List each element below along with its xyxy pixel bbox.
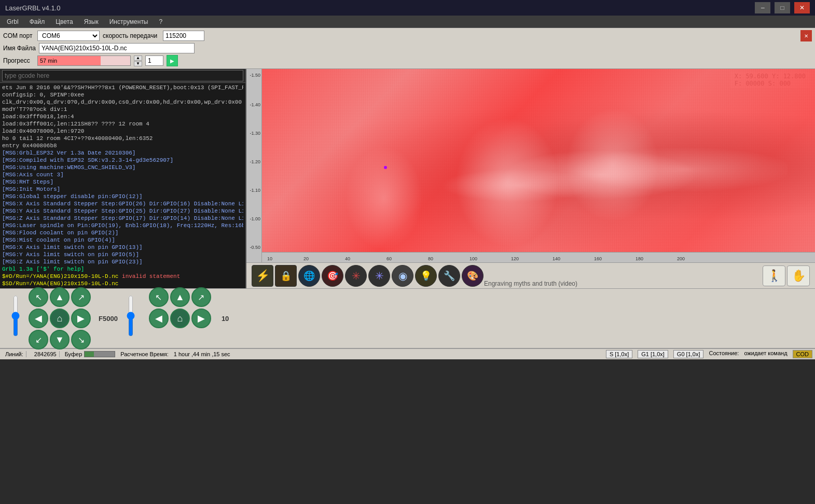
jog-r2-btn[interactable]: ▶: [191, 309, 211, 328]
com-port-label: COM порт: [3, 32, 34, 39]
y-tick: -1.30: [250, 131, 260, 136]
toolbar-walker-btn[interactable]: 🚶: [763, 265, 785, 286]
g0-badge: G0 [1,0x]: [673, 350, 704, 358]
jog-controls-secondary: ↖ ▲ ↗ ◀ ⌂ ▶: [149, 287, 211, 349]
menubar: Grbl Файл Цвета Язык Инструменты ?: [0, 16, 815, 28]
speed-display: F5000: [99, 315, 118, 323]
jog-tl-btn[interactable]: ↖: [149, 287, 169, 307]
x-tick: 20: [303, 256, 309, 261]
status-value: ожидает команд: [744, 350, 787, 358]
x-tick: 100: [469, 256, 477, 261]
x-tick: 40: [345, 256, 350, 261]
jog-up-btn[interactable]: ▲: [50, 287, 70, 307]
console-line: $#D/Run=/YANA(ENG)210x150-10L-D.nc inval…: [2, 273, 243, 280]
filename-label: Имя Файла: [3, 45, 36, 52]
console-line: [MSG:Z Axis Standard Stepper Step:GPIO(1…: [2, 215, 243, 222]
com-port-select[interactable]: COM6: [37, 31, 100, 41]
jog-t-btn[interactable]: ▲: [170, 287, 190, 307]
console-line: [MSG:Compiled with ESP32 SDK:v3.2.3-14-g…: [2, 157, 243, 164]
canvas-center-label: Engraving myths and truth (video): [484, 280, 577, 287]
left-slider[interactable]: [10, 295, 21, 337]
console-line: modY'T7?8?ock div:1: [2, 106, 243, 113]
toolbar-wrench-btn[interactable]: 🔧: [438, 265, 460, 287]
jog-left-btn[interactable]: ◀: [29, 309, 48, 328]
canvas-area: X: 59.600 Y: 12.800 F: 00000 S: 000 -1.5…: [246, 69, 815, 288]
console-line: [MSG:Grbl_ESP32 Ver 1.3a Date 20210306]: [2, 149, 243, 157]
y-tick: -1.20: [250, 160, 260, 164]
toolbar-circle-btn[interactable]: ◉: [392, 265, 413, 287]
toolbar-hand-btn[interactable]: ✋: [787, 265, 810, 286]
jog-l2-btn[interactable]: ◀: [149, 309, 169, 328]
toolbar-lightning-btn[interactable]: ⚡: [252, 265, 273, 287]
jog-downleft-btn[interactable]: ↙: [29, 330, 48, 349]
menu-tools[interactable]: Инструменты: [105, 17, 153, 26]
jog-home2-btn[interactable]: ⌂: [170, 309, 190, 328]
bottom-panel: ↖ ▲ ↗ ◀ ⌂ ▶ ↙ ▼ ↘ F5000 ↖ ▲ ↗ ◀ ⌂: [0, 288, 815, 348]
minimize-button[interactable]: −: [755, 2, 770, 13]
console-line: clk_drv:0x00,q_drv:0?0,d_drv:0x00,cs0_dr…: [2, 99, 243, 106]
jog-right-btn[interactable]: ▶: [71, 309, 91, 328]
jog-upleft-btn[interactable]: ↖: [29, 287, 48, 307]
time-label: Расчетное Время:: [120, 351, 169, 357]
jog-home-btn[interactable]: ⌂: [50, 309, 70, 328]
disconnect-button[interactable]: ✕: [800, 30, 812, 41]
menu-help[interactable]: ?: [155, 17, 167, 26]
s-badge: S [1,0x]: [606, 350, 632, 358]
x-tick: 180: [636, 256, 643, 261]
y-tick: -1.50: [250, 73, 260, 78]
toolbar-palette-btn[interactable]: 🎨: [462, 265, 484, 287]
spin-up[interactable]: ▲: [134, 55, 142, 61]
console-line: [MSG:Y Axis Standard Stepper Step:GPIO(2…: [2, 207, 243, 215]
menu-colors[interactable]: Цвета: [51, 17, 77, 26]
status-right: S [1,0x] G1 [1,0x] G0 [1,0x] Состояние: …: [606, 350, 812, 358]
console-line: [MSG:Z Axis limit switch on pin GPIO(23)…: [2, 258, 243, 265]
jog-step-label: 10: [222, 315, 229, 323]
y-tick: -1.40: [250, 103, 260, 107]
console-line: [MSG:X Axis limit switch on pin GPIO(13)…: [2, 244, 243, 251]
toolbar-lock-btn[interactable]: 🔒: [275, 265, 297, 287]
speed-label: скорость передачи: [103, 32, 160, 39]
gcode-input[interactable]: [2, 70, 243, 81]
console-line: [MSG:Y Axis limit switch on pin GPIO(5)]: [2, 251, 243, 258]
console-line: load:0x3fff001c,len:121SH8?? ???? 12 roo…: [2, 120, 243, 128]
console-area[interactable]: ets Jun 8 2016 00'&&??SH?HH???8x1 (POWER…: [0, 83, 245, 288]
console-line: [MSG:Flood coolant on pin GPIO(2)]: [2, 229, 243, 236]
time-value: 1 hour ,44 min ,15 sec: [174, 351, 230, 357]
toolbar-asterisk-btn[interactable]: ✳: [345, 265, 367, 287]
menu-file[interactable]: Файл: [25, 17, 49, 26]
right-slider-container: [126, 295, 136, 342]
status-bar: Линий: 2842695 Буфер Расчетное Время: 1 …: [0, 348, 815, 359]
console-line: [MSG:RHT Steps]: [2, 178, 243, 186]
close-button[interactable]: ✕: [794, 2, 810, 13]
speed-input[interactable]: [163, 31, 204, 41]
status-label: Состояние:: [709, 350, 739, 358]
step-display: 10: [222, 315, 229, 323]
toolbar-bulb-btn[interactable]: 💡: [415, 265, 437, 287]
x-tick: 10: [267, 256, 272, 261]
buffer-bar: [84, 351, 115, 357]
play-button[interactable]: ▶: [167, 55, 178, 66]
menu-lang[interactable]: Язык: [80, 17, 103, 26]
toolbar-asterisk2-btn[interactable]: ✳: [368, 265, 390, 287]
app-title: LaserGRBL v4.1.0: [5, 4, 755, 12]
menu-grbl[interactable]: Grbl: [3, 17, 23, 26]
maximize-button[interactable]: □: [775, 2, 790, 13]
console-line: ho 0 tail 12 room 4CI?+??0x40080400,len:…: [2, 135, 243, 142]
spin-down[interactable]: ▼: [134, 61, 142, 66]
jog-upright-btn[interactable]: ↗: [71, 287, 91, 307]
console-line: load:0x3fff0018,len:4: [2, 113, 243, 120]
progress-count[interactable]: [145, 55, 163, 66]
y-tick: -0.50: [250, 245, 260, 250]
buffer-section: Буфер: [65, 351, 116, 357]
filename-input[interactable]: [39, 43, 195, 53]
jog-speed-label: F5000: [99, 315, 118, 323]
right-slider[interactable]: [126, 295, 136, 337]
console-line: ets Jun 8 2016 00'&&??SH?HH???8x1 (POWER…: [2, 84, 243, 91]
toolbar-target-btn[interactable]: 🎯: [322, 265, 343, 287]
jog-downright-btn[interactable]: ↘: [71, 330, 91, 349]
toolbar-globe-btn[interactable]: 🌐: [298, 265, 320, 287]
jog-down-btn[interactable]: ▼: [50, 330, 70, 349]
content-area: ets Jun 8 2016 00'&&??SH?HH???8x1 (POWER…: [0, 69, 815, 288]
jog-tr-btn[interactable]: ↗: [191, 287, 211, 307]
progress-label: Прогресс: [3, 57, 34, 64]
